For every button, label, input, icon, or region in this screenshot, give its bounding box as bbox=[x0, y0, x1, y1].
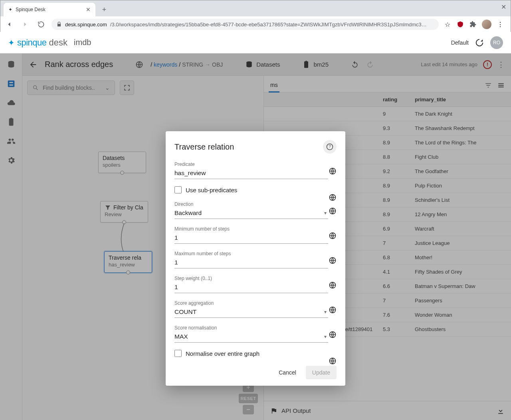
url-field[interactable]: desk.spinque.com/3.0/workspaces/imdb/str… bbox=[51, 19, 439, 30]
logo-brand: spinque bbox=[17, 37, 47, 48]
update-button[interactable]: Update bbox=[306, 366, 337, 379]
user-avatar[interactable]: RO bbox=[490, 36, 503, 49]
workspace-name[interactable]: imdb bbox=[74, 38, 91, 47]
address-bar: desk.spinque.com/3.0/workspaces/imdb/str… bbox=[0, 16, 511, 32]
direction-label: Direction bbox=[174, 201, 337, 207]
norm-entire-checkbox[interactable] bbox=[174, 350, 182, 357]
sync-icon[interactable] bbox=[475, 38, 484, 47]
lock-icon bbox=[56, 22, 62, 27]
cancel-button[interactable]: Cancel bbox=[272, 366, 303, 379]
profile-avatar-icon[interactable] bbox=[482, 20, 491, 29]
ublock-icon[interactable] bbox=[456, 20, 464, 28]
norm-entire-label: Normalise over entire graph bbox=[186, 350, 259, 357]
sub-predicates-checkbox[interactable] bbox=[174, 186, 182, 193]
addr-actions: ☆ ⋮ bbox=[444, 20, 507, 29]
new-tab-button[interactable]: + bbox=[99, 4, 110, 15]
close-icon[interactable]: ✕ bbox=[86, 6, 91, 13]
spinque-favicon-icon: ✦ bbox=[8, 7, 12, 12]
browser-tab[interactable]: ✦ Spinque Desk ✕ bbox=[4, 3, 95, 16]
tab-title: Spinque Desk bbox=[16, 7, 46, 12]
nav-back-button[interactable] bbox=[4, 19, 15, 30]
dialog-traverse-relation: Traverse relation ? Predicate Use sub-pr… bbox=[166, 131, 345, 386]
max-steps-input[interactable] bbox=[174, 257, 328, 268]
direction-select[interactable] bbox=[174, 208, 328, 219]
predicate-input[interactable] bbox=[174, 168, 328, 179]
extensions-icon[interactable] bbox=[469, 20, 477, 28]
globe-icon[interactable] bbox=[329, 306, 337, 314]
score-norm-label: Score normalisation bbox=[174, 325, 337, 331]
globe-icon[interactable] bbox=[329, 232, 337, 240]
globe-icon[interactable] bbox=[329, 207, 337, 215]
url-path: /3.0/workspaces/imdb/strategies/15bba5be… bbox=[110, 22, 427, 28]
app-header: ✦ spinque desk imdb Default RO bbox=[0, 32, 511, 53]
globe-icon[interactable] bbox=[329, 167, 337, 175]
svg-text:?: ? bbox=[329, 144, 331, 149]
help-button[interactable]: ? bbox=[323, 140, 337, 154]
nav-forward-button bbox=[20, 19, 31, 30]
url-host: desk.spinque.com bbox=[65, 22, 107, 28]
globe-icon[interactable] bbox=[329, 331, 337, 339]
score-norm-select[interactable] bbox=[174, 331, 328, 343]
step-weight-label: Step weight (0..1) bbox=[174, 276, 337, 281]
kebab-icon[interactable]: ⋮ bbox=[496, 20, 504, 28]
logo-suffix: desk bbox=[49, 37, 67, 48]
dialog-title: Traverse relation bbox=[174, 142, 234, 152]
score-agg-select[interactable] bbox=[174, 307, 328, 318]
predicate-label: Predicate bbox=[174, 162, 337, 167]
env-selector[interactable]: Default bbox=[451, 39, 469, 46]
min-steps-input[interactable] bbox=[174, 233, 328, 244]
globe-icon[interactable] bbox=[329, 256, 337, 264]
globe-icon[interactable] bbox=[329, 357, 337, 365]
globe-icon[interactable] bbox=[329, 193, 337, 201]
score-agg-label: Score aggregation bbox=[174, 300, 337, 306]
tab-strip: ✦ Spinque Desk ✕ + ✕ bbox=[0, 0, 511, 16]
logo[interactable]: ✦ spinque desk bbox=[8, 37, 67, 48]
main: Rank across edges /keywords/STRING → OBJ… bbox=[0, 53, 511, 420]
min-steps-label: Minimum number of steps bbox=[174, 226, 337, 232]
window-close-icon[interactable]: ✕ bbox=[501, 3, 506, 11]
reload-button[interactable] bbox=[36, 19, 47, 30]
max-steps-label: Maximum number of steps bbox=[174, 251, 337, 256]
browser-chrome: ✦ Spinque Desk ✕ + ✕ desk.spinque.com/3.… bbox=[0, 0, 511, 32]
star-icon[interactable]: ☆ bbox=[444, 20, 452, 28]
globe-icon[interactable] bbox=[329, 281, 337, 289]
modal-scrim[interactable]: Traverse relation ? Predicate Use sub-pr… bbox=[0, 53, 511, 420]
step-weight-input[interactable] bbox=[174, 282, 328, 293]
sub-predicates-label: Use sub-predicates bbox=[186, 187, 237, 193]
spinque-logo-icon: ✦ bbox=[8, 38, 15, 47]
